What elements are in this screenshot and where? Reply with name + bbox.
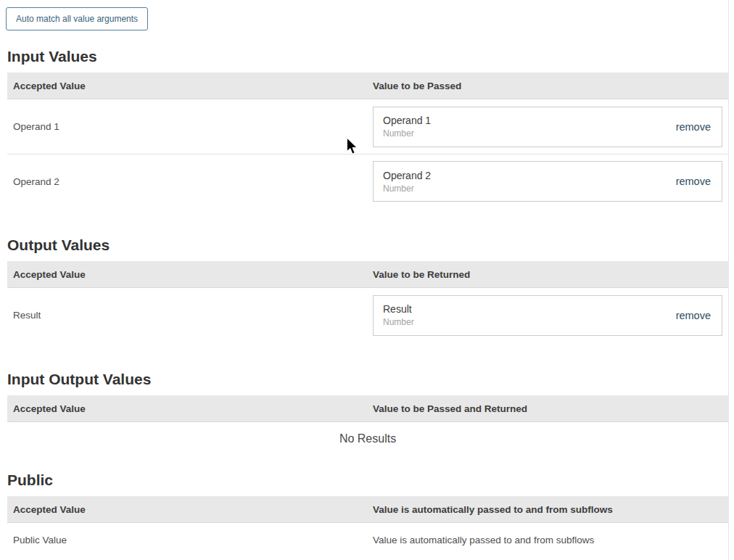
value-card-type: Number <box>383 184 431 194</box>
value-card-text: Result Number <box>383 303 414 327</box>
column-header-accepted-value: Accepted Value <box>7 269 373 280</box>
auto-match-button[interactable]: Auto match all value arguments <box>6 7 148 30</box>
section-title-public: Public <box>7 472 728 489</box>
value-card-title: Result <box>383 303 414 315</box>
column-header-value-passed-returned: Value to be Passed and Returned <box>373 403 728 414</box>
accepted-value-label: Operand 1 <box>7 121 373 132</box>
value-card-text: Operand 2 Number <box>383 170 431 194</box>
table-row: Public Value Value is automatically pass… <box>7 523 728 556</box>
column-header-value-returned: Value to be Returned <box>373 269 728 280</box>
input-values-table: Accepted Value Value to be Passed Operan… <box>7 73 728 208</box>
column-header-accepted-value: Accepted Value <box>7 403 373 414</box>
section-title-input-values: Input Values <box>7 48 728 65</box>
variable-mapping-panel: Auto match all value arguments Input Val… <box>0 0 729 560</box>
table-row: Operand 1 Operand 1 Number remove <box>7 99 728 154</box>
no-results-message: No Results <box>7 422 728 456</box>
table-header: Accepted Value Value is automatically pa… <box>7 496 728 523</box>
table-row: Result Result Number remove <box>7 288 728 342</box>
value-card-title: Operand 1 <box>383 115 431 126</box>
value-card-text: Operand 1 Number <box>383 115 431 139</box>
remove-link[interactable]: remove <box>676 121 711 133</box>
table-row: Operand 2 Operand 2 Number remove <box>7 154 728 208</box>
remove-link[interactable]: remove <box>676 176 711 187</box>
value-card-type: Number <box>383 128 431 139</box>
value-card-result[interactable]: Result Number remove <box>373 295 722 336</box>
public-table: Accepted Value Value is automatically pa… <box>7 496 728 556</box>
column-header-accepted-value: Accepted Value <box>7 504 373 515</box>
value-card-title: Operand 2 <box>383 170 431 181</box>
section-title-input-output-values: Input Output Values <box>7 371 728 388</box>
table-header: Accepted Value Value to be Passed <box>7 73 728 99</box>
table-header: Accepted Value Value to be Returned <box>7 261 728 288</box>
value-card-operand-2[interactable]: Operand 2 Number remove <box>373 161 722 202</box>
section-title-output-values: Output Values <box>7 236 728 254</box>
column-header-value-passed: Value to be Passed <box>373 81 728 91</box>
input-output-values-table: Accepted Value Value to be Passed and Re… <box>7 395 728 456</box>
public-value-description: Value is automatically passed to and fro… <box>373 535 728 545</box>
column-header-auto-passed: Value is automatically passed to and fro… <box>373 504 728 515</box>
remove-link[interactable]: remove <box>676 310 711 321</box>
table-header: Accepted Value Value to be Passed and Re… <box>7 395 728 422</box>
accepted-value-label: Result <box>7 310 373 321</box>
value-card-operand-1[interactable]: Operand 1 Number remove <box>373 107 722 147</box>
column-header-accepted-value: Accepted Value <box>7 81 373 91</box>
value-card-type: Number <box>383 317 414 327</box>
accepted-value-label: Operand 2 <box>7 176 373 187</box>
accepted-value-label: Public Value <box>7 535 373 545</box>
output-values-table: Accepted Value Value to be Returned Resu… <box>7 261 728 342</box>
